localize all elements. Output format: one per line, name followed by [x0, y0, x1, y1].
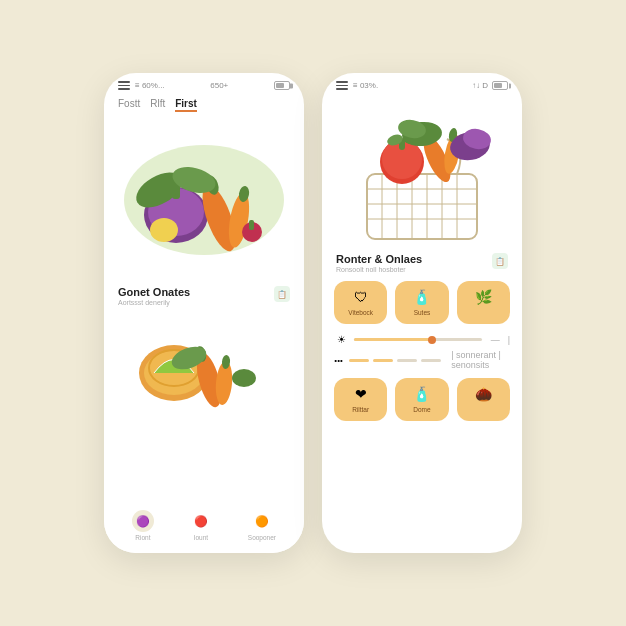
- tab-fostt[interactable]: Fostt: [118, 98, 140, 112]
- phone-right: ≡ 03%. ↑↓ D: [322, 73, 522, 553]
- svg-point-21: [232, 369, 256, 387]
- right-section-sub: Ronsoolt noll hosboter: [336, 266, 422, 273]
- basket-illustration: [322, 94, 522, 249]
- slider-brightness: ☀ — |: [334, 334, 510, 345]
- brightness-value: —: [491, 335, 500, 345]
- brightness-track[interactable]: [354, 338, 482, 341]
- bottom-nav-item-riont[interactable]: 🟣 Riont: [132, 510, 154, 541]
- section-title: Gonet Onates: [118, 286, 190, 298]
- menu-icon-right[interactable]: [336, 81, 348, 90]
- bottom-icon-nut[interactable]: 🌰: [457, 378, 510, 421]
- brightness-line: |: [508, 335, 510, 345]
- shield-icon: 🛡: [354, 289, 368, 305]
- status-text-right: ≡ 03%.: [353, 81, 378, 90]
- menu-icon[interactable]: [118, 81, 130, 90]
- bottom-icon-row: ❤ Rilttar 🧴 Dome 🌰: [322, 374, 522, 429]
- tab-rlft[interactable]: Rlft: [150, 98, 165, 112]
- status-bar-right: ≡ 03%. ↑↓ D: [322, 73, 522, 94]
- riont-icon: 🟣: [132, 510, 154, 532]
- dots-icon: •••: [334, 356, 343, 365]
- icon-row-top: 🛡 Vitebock 🧴 Sutes 🌿: [322, 275, 522, 330]
- dot-4: [421, 359, 441, 362]
- iount-label: Iount: [194, 534, 208, 541]
- section-subtitle: Aortssst denerily: [118, 299, 190, 306]
- dot-1: [349, 359, 369, 362]
- bottom-nav-item-iount[interactable]: 🔴 Iount: [190, 510, 212, 541]
- bottom-nav-left: 🟣 Riont 🔴 Iount 🟠 Sooponer: [104, 502, 304, 553]
- slider-dots: [349, 359, 441, 362]
- icon-card-vitebock[interactable]: 🛡 Vitebock: [334, 281, 387, 324]
- sun-icon: ☀: [334, 334, 348, 345]
- bottle2-icon: 🧴: [413, 386, 430, 402]
- battery-icon: [274, 81, 290, 90]
- icon-card-sutes[interactable]: 🧴 Sutes: [395, 281, 448, 324]
- vitebock-label: Vitebock: [348, 309, 373, 316]
- bottom-icon-dome[interactable]: 🧴 Dome: [395, 378, 448, 421]
- dot-2: [373, 359, 393, 362]
- nut-icon: 🌰: [475, 386, 492, 402]
- section-badge[interactable]: 📋: [274, 286, 290, 302]
- status-center: 650+: [210, 81, 228, 90]
- bottom-nav-item-sooponer[interactable]: 🟠 Sooponer: [248, 510, 276, 541]
- tab-first[interactable]: First: [175, 98, 197, 112]
- right-section-badge[interactable]: 📋: [492, 253, 508, 269]
- svg-point-10: [150, 218, 178, 242]
- slider-separator: | sonnerant | senonsits: [451, 350, 510, 370]
- herb-icon: 🌿: [475, 289, 492, 305]
- veg-illustration-bottom: [104, 308, 304, 408]
- sutes-label: Sutes: [414, 309, 431, 316]
- bottom-icon-riltar[interactable]: ❤ Rilttar: [334, 378, 387, 421]
- status-text-left: ≡ 60%...: [135, 81, 165, 90]
- sooponer-icon: 🟠: [251, 510, 273, 532]
- slider-dots-row: ••• | sonnerant | senonsits: [334, 350, 510, 370]
- icon-card-herb[interactable]: 🌿: [457, 281, 510, 324]
- riont-label: Riont: [135, 534, 150, 541]
- app-container: ≡ 60%... 650+ Fostt Rlft First: [104, 73, 522, 553]
- heart-icon: ❤: [355, 386, 367, 402]
- battery-area: [274, 81, 290, 90]
- dome-label: Dome: [413, 406, 430, 413]
- nav-tabs: Fostt Rlft First: [104, 94, 304, 120]
- iount-icon: 🔴: [190, 510, 212, 532]
- right-section-title: Ronter & Onlaes: [336, 253, 422, 265]
- status-bar-left: ≡ 60%... 650+: [104, 73, 304, 94]
- slider-row: ☀ — | ••• | sonnerant | senonsits: [322, 330, 522, 374]
- dot-3: [397, 359, 417, 362]
- bottle-icon: 🧴: [413, 289, 430, 305]
- battery-icon-right: [492, 81, 508, 90]
- phone-left: ≡ 60%... 650+ Fostt Rlft First: [104, 73, 304, 553]
- sooponer-label: Sooponer: [248, 534, 276, 541]
- svg-rect-22: [367, 174, 477, 239]
- section-header-left: Gonet Onates Aortssst denerily 📋: [104, 280, 304, 308]
- svg-rect-12: [249, 220, 254, 230]
- signal-icon: ↑↓ D: [472, 81, 488, 90]
- right-section-header: Ronter & Onlaes Ronsoolt noll hosboter 📋: [322, 249, 522, 275]
- veg-illustration-top: [104, 120, 304, 280]
- riltar-label: Rilttar: [352, 406, 369, 413]
